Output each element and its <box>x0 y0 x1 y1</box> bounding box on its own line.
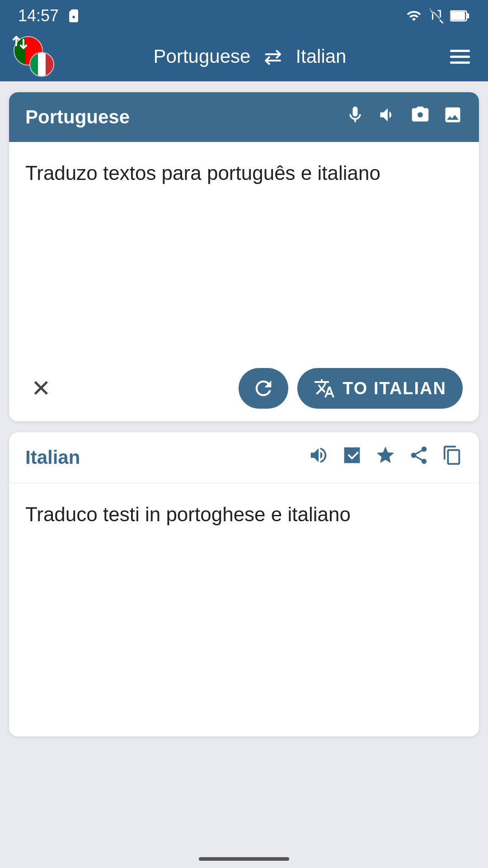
status-time: 14:57 <box>18 6 59 25</box>
translate-button[interactable]: TO ITALIAN <box>297 368 463 409</box>
target-language[interactable]: Italian <box>296 46 346 67</box>
wifi-icon <box>405 8 423 24</box>
source-language[interactable]: Portuguese <box>154 46 251 67</box>
speaker-button[interactable] <box>378 105 398 129</box>
status-bar-left: 14:57 <box>18 6 81 25</box>
input-card-header: Portuguese <box>9 92 479 142</box>
menu-button[interactable] <box>446 45 474 68</box>
output-header-actions <box>308 445 463 470</box>
expand-button[interactable] <box>342 445 362 470</box>
toolbar-languages: Portuguese ⇄ Italian <box>63 44 436 69</box>
bottom-bar <box>199 857 289 861</box>
italy-flag <box>29 52 54 77</box>
gallery-button[interactable] <box>443 105 463 129</box>
input-header-actions <box>345 105 463 129</box>
camera-button[interactable] <box>410 105 430 129</box>
main-content: Portuguese <box>0 81 488 747</box>
refresh-icon <box>252 377 275 400</box>
input-card: Portuguese <box>9 92 479 421</box>
clear-icon: ✕ <box>31 375 51 402</box>
mic-button[interactable] <box>345 105 365 129</box>
copy-button[interactable] <box>442 445 463 470</box>
menu-line-2 <box>450 56 470 58</box>
output-text: Traduco testi in portoghese e italiano <box>25 503 351 525</box>
status-bar-right <box>405 8 470 24</box>
output-speaker-button[interactable] <box>308 445 329 470</box>
output-text-area: Traduco testi in portoghese e italiano <box>9 483 479 736</box>
swap-icon[interactable]: ⇄ <box>264 44 282 69</box>
flag-container[interactable] <box>14 36 54 77</box>
translate-button-label: TO ITALIAN <box>343 379 446 398</box>
status-bar: 14:57 <box>0 0 488 32</box>
sim-icon <box>66 8 81 24</box>
output-card: Italian <box>9 432 479 736</box>
signal-icon <box>428 8 445 24</box>
menu-line-1 <box>450 50 470 52</box>
input-card-footer: ✕ TO ITALIAN <box>9 359 479 421</box>
svg-rect-1 <box>467 14 469 19</box>
swap-overlay-icon <box>11 34 28 51</box>
clear-button[interactable]: ✕ <box>25 373 57 404</box>
action-buttons: TO ITALIAN <box>239 368 463 409</box>
output-language-label: Italian <box>25 447 80 468</box>
refresh-button[interactable] <box>239 368 288 409</box>
app-toolbar: Portuguese ⇄ Italian <box>0 32 488 81</box>
svg-rect-2 <box>451 12 465 20</box>
translate-icon <box>314 377 335 399</box>
menu-line-3 <box>450 61 470 64</box>
input-text: Traduzo textos para português e italiano <box>25 162 380 184</box>
input-text-area[interactable]: Traduzo textos para português e italiano <box>9 142 479 359</box>
favorite-button[interactable] <box>375 445 396 470</box>
output-card-header: Italian <box>9 432 479 483</box>
battery-icon <box>450 9 470 23</box>
input-language-label: Portuguese <box>25 106 130 128</box>
share-button[interactable] <box>408 445 429 470</box>
